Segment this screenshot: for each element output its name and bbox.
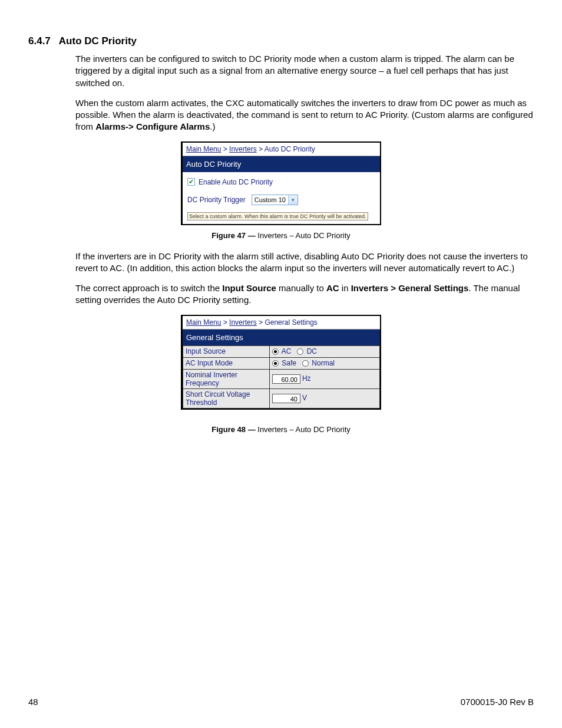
radio-label: Safe xyxy=(282,359,296,367)
unit-label: V xyxy=(302,394,307,402)
dc-priority-trigger-select[interactable]: Custom 10 ▾ xyxy=(252,195,298,205)
ac-input-safe-radio[interactable] xyxy=(272,360,279,367)
row-label: Short Circuit Voltage Threshold xyxy=(183,388,270,408)
caption-text: Inverters – Auto DC Priority xyxy=(257,231,351,240)
text-bold: Inverters > General Settings xyxy=(351,283,469,293)
paragraph: The correct approach is to switch the In… xyxy=(75,282,534,307)
page-number: 48 xyxy=(28,697,38,707)
table-row: Nominal Inverter Frequency 60.00Hz xyxy=(183,369,380,388)
doc-id: 0700015-J0 Rev B xyxy=(461,697,534,707)
breadcrumb-sep: > xyxy=(257,145,265,153)
caption-label: Figure 47 — xyxy=(211,231,257,240)
panel-title: Auto DC Priority xyxy=(183,156,380,172)
breadcrumb-link-main[interactable]: Main Menu xyxy=(186,318,221,327)
input-source-dc-radio[interactable] xyxy=(297,348,303,355)
page-footer: 48 0700015-J0 Rev B xyxy=(28,697,534,707)
breadcrumb-link-inverters[interactable]: Inverters xyxy=(229,318,257,327)
text: The correct approach is to switch the xyxy=(75,283,222,293)
panel-title: General Settings xyxy=(183,330,380,345)
tooltip-note: Select a custom alarm. When this alarm i… xyxy=(187,212,368,220)
table-row: AC Input Mode Safe Normal xyxy=(183,357,380,369)
text-bold: Input Source xyxy=(222,283,276,293)
breadcrumb: Main Menu > Inverters > General Settings xyxy=(183,316,380,330)
breadcrumb-current: General Settings xyxy=(265,318,317,327)
select-value: Custom 10 xyxy=(252,196,288,203)
general-settings-panel: Main Menu > Inverters > General Settings… xyxy=(181,315,381,410)
figure-caption: Figure 48 — Inverters – Auto DC Priority xyxy=(28,425,534,434)
section-number: 6.4.7 xyxy=(28,35,51,47)
breadcrumb-current: Auto DC Priority xyxy=(265,145,315,153)
paragraph: When the custom alarm activates, the CXC… xyxy=(75,97,534,133)
breadcrumb-link-inverters[interactable]: Inverters xyxy=(229,145,257,153)
paragraph: If the inverters are in DC Priority with… xyxy=(75,251,534,275)
paragraph: The inverters can be configured to switc… xyxy=(75,53,534,89)
enable-auto-dc-checkbox[interactable]: ✔ xyxy=(187,178,195,186)
text: in xyxy=(339,283,351,293)
nominal-frequency-input[interactable]: 60.00 xyxy=(272,374,300,384)
unit-label: Hz xyxy=(302,374,311,383)
breadcrumb-sep: > xyxy=(221,145,229,153)
text: manually to xyxy=(276,283,326,293)
breadcrumb-link-main[interactable]: Main Menu xyxy=(186,145,221,153)
row-label: Nominal Inverter Frequency xyxy=(183,369,270,388)
table-row: Short Circuit Voltage Threshold 40V xyxy=(183,388,380,408)
row-label: AC Input Mode xyxy=(183,357,270,369)
table-row: Input Source AC DC xyxy=(183,345,380,357)
chevron-down-icon: ▾ xyxy=(288,195,297,205)
caption-label: Figure 48 — xyxy=(211,425,257,434)
radio-label: AC xyxy=(282,347,292,355)
radio-label: DC xyxy=(307,347,317,355)
ac-input-normal-radio[interactable] xyxy=(302,360,309,367)
auto-dc-priority-panel: Main Menu > Inverters > Auto DC Priority… xyxy=(181,141,381,225)
text-bold: Alarms-> Configure Alarms xyxy=(95,121,210,131)
radio-label: Normal xyxy=(312,359,335,367)
text: .) xyxy=(210,121,215,131)
row-label: Input Source xyxy=(183,345,270,357)
trigger-label: DC Priority Trigger xyxy=(187,196,246,204)
breadcrumb-sep: > xyxy=(221,318,229,327)
section-heading: 6.4.7 Auto DC Priority xyxy=(28,35,534,47)
section-title: Auto DC Priority xyxy=(59,35,137,47)
breadcrumb-sep: > xyxy=(257,318,265,327)
breadcrumb: Main Menu > Inverters > Auto DC Priority xyxy=(183,143,380,156)
short-circuit-voltage-input[interactable]: 40 xyxy=(272,394,300,403)
caption-text: Inverters – Auto DC Priority xyxy=(257,425,351,434)
input-source-ac-radio[interactable] xyxy=(272,348,279,355)
figure-caption: Figure 47 — Inverters – Auto DC Priority xyxy=(28,231,534,240)
checkbox-label: Enable Auto DC Priority xyxy=(199,178,273,186)
text-bold: AC xyxy=(326,283,339,293)
